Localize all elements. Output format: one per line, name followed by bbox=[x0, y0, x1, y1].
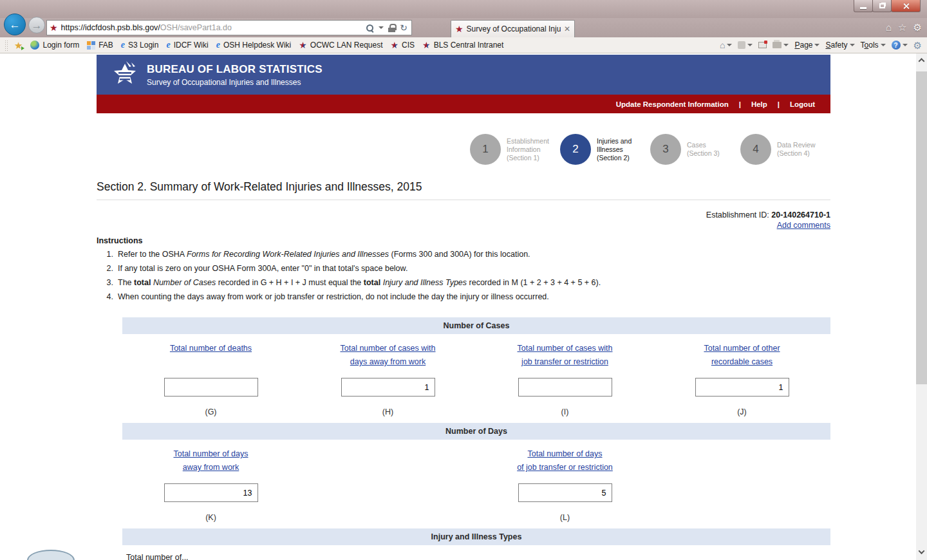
read-mail-button[interactable] bbox=[758, 42, 767, 48]
scrollbar-thumb[interactable] bbox=[916, 71, 927, 384]
safety-menu[interactable]: Safety bbox=[825, 41, 854, 50]
chevron-up-icon bbox=[919, 58, 925, 64]
help-menu[interactable]: ? bbox=[892, 41, 908, 50]
job-transfer-cases-input[interactable] bbox=[518, 378, 612, 397]
number-of-cases-header: Number of Cases bbox=[122, 317, 830, 334]
mail-icon bbox=[758, 42, 767, 48]
browser-tab[interactable]: ★ Survey of Occupational Inju... ✕ bbox=[451, 20, 575, 37]
total-deaths-input[interactable] bbox=[164, 378, 258, 397]
column-letter-h: (H) bbox=[299, 407, 476, 416]
back-arrow-icon: ← bbox=[10, 19, 21, 30]
add-to-favorites-button[interactable]: ★ bbox=[10, 41, 26, 50]
instruction-item: 1. Refer to the OSHA Forms for Recording… bbox=[97, 250, 830, 259]
bls-star-icon: ★ bbox=[391, 41, 399, 50]
window-controls bbox=[854, 0, 921, 12]
other-recordable-cases-definition-link[interactable]: Total number of other bbox=[704, 342, 780, 355]
favorite-ocwc-lan-request[interactable]: ★OCWC LAN Request bbox=[295, 41, 386, 50]
favorites-star-icon[interactable]: ☆ bbox=[898, 22, 906, 33]
favorite-cis[interactable]: ★CIS bbox=[387, 41, 419, 50]
establishment-id-label: Establishment ID: bbox=[706, 210, 771, 219]
help-icon: ? bbox=[892, 41, 901, 50]
home-icon[interactable]: ⌂ bbox=[886, 22, 892, 33]
job-transfer-cases-definition-link[interactable]: job transfer or restriction bbox=[521, 355, 608, 369]
deaths-definition-link[interactable]: Total number of deaths bbox=[170, 342, 252, 355]
printer-icon bbox=[772, 42, 782, 48]
days-away-definition-link[interactable]: away from work bbox=[183, 461, 239, 474]
column-letter-l: (L) bbox=[476, 513, 653, 522]
establishment-id-value: 20-140264710-1 bbox=[771, 210, 830, 219]
minimize-icon bbox=[860, 7, 866, 9]
close-button[interactable] bbox=[891, 0, 921, 12]
update-respondent-information-link[interactable]: Update Respondent Information bbox=[616, 100, 729, 108]
dropdown-icon bbox=[783, 44, 789, 46]
forward-button[interactable]: → bbox=[28, 17, 45, 33]
bls-logo-icon bbox=[112, 60, 138, 89]
url-text[interactable]: https://idcfdosh.psb.bls.gov/OSH/savePar… bbox=[61, 23, 366, 32]
tab-favicon-icon: ★ bbox=[455, 24, 464, 33]
dropdown-icon bbox=[850, 44, 855, 46]
tab-close-icon[interactable]: ✕ bbox=[564, 24, 570, 33]
other-recordable-cases-definition-link[interactable]: recordable cases bbox=[711, 355, 772, 369]
search-icon[interactable] bbox=[366, 24, 374, 32]
total-days-job-transfer-input[interactable] bbox=[518, 483, 612, 502]
back-button[interactable]: ← bbox=[4, 14, 26, 35]
ie-icon: e bbox=[121, 41, 125, 50]
address-bar[interactable]: ★ https://idcfdosh.psb.bls.gov/OSH/saveP… bbox=[46, 20, 412, 35]
restore-button[interactable] bbox=[872, 0, 892, 12]
separator: | bbox=[778, 100, 780, 108]
page-menu[interactable]: Page bbox=[794, 41, 819, 50]
days-job-transfer-definition-link[interactable]: Total number of days bbox=[527, 447, 602, 461]
days-job-transfer-definition-link[interactable]: of job transfer or restriction bbox=[517, 461, 613, 474]
instructions-block: Instructions 1. Refer to the OSHA Forms … bbox=[97, 236, 830, 302]
column-letter-j: (J) bbox=[653, 407, 830, 416]
floating-widget-partial[interactable] bbox=[27, 550, 75, 560]
days-away-cases-definition-link[interactable]: days away from work bbox=[350, 355, 426, 369]
favorite-s3-login[interactable]: eS3 Login bbox=[117, 41, 163, 50]
home-icon: ⌂ bbox=[720, 41, 725, 50]
vertical-scrollbar[interactable] bbox=[916, 53, 927, 560]
favorite-login-form[interactable]: Login form bbox=[26, 41, 83, 50]
utility-nav-bar: Update Respondent Information | Help | L… bbox=[97, 95, 830, 113]
print-button[interactable] bbox=[772, 42, 789, 48]
browser-navigation-bar: ← → ★ https://idcfdosh.psb.bls.gov/OSH/s… bbox=[0, 18, 927, 37]
step-cases: 3 Cases(Section 3) bbox=[650, 131, 740, 167]
days-away-cases-definition-link[interactable]: Total number of cases with bbox=[341, 342, 436, 355]
search-dropdown-icon[interactable] bbox=[379, 26, 384, 29]
column-letter-g: (G) bbox=[122, 407, 299, 416]
tiles-icon bbox=[87, 41, 95, 50]
gear-icon: ⚙ bbox=[913, 41, 922, 50]
ie-icon: e bbox=[166, 41, 170, 50]
minimize-button[interactable] bbox=[854, 0, 873, 12]
types-intro-text: Total number of... bbox=[122, 553, 830, 560]
refresh-icon[interactable]: ↻ bbox=[400, 23, 407, 32]
restore-icon bbox=[879, 3, 885, 8]
add-favorite-star-icon: ★ bbox=[14, 41, 23, 50]
command-settings-button[interactable]: ⚙ bbox=[913, 41, 922, 50]
window-title-bar bbox=[0, 0, 927, 18]
bls-subtitle: Survey of Occupational Injuries and Illn… bbox=[147, 78, 323, 87]
page-title: Section 2. Summary of Work-Related Injur… bbox=[97, 180, 830, 200]
step-3-circle: 3 bbox=[650, 134, 681, 165]
column-letter-k: (K) bbox=[122, 513, 299, 522]
scroll-down-button[interactable] bbox=[916, 546, 927, 557]
total-days-away-input[interactable] bbox=[164, 483, 258, 502]
favorite-bls-central-intranet[interactable]: ★BLS Central Intranet bbox=[418, 41, 507, 50]
tools-menu[interactable]: Tools bbox=[861, 41, 886, 50]
step-4-circle: 4 bbox=[740, 134, 771, 165]
favorite-osh-helpdesk-wiki[interactable]: eOSH Helpdesk Wiki bbox=[212, 41, 295, 50]
favorite-idcf-wiki[interactable]: eIDCF Wiki bbox=[162, 41, 212, 50]
help-link[interactable]: Help bbox=[751, 100, 767, 108]
home-menu-button[interactable]: ⌂ bbox=[720, 41, 732, 50]
add-comments-link[interactable]: Add comments bbox=[777, 221, 830, 230]
favorite-fab[interactable]: FAB bbox=[83, 41, 117, 50]
feeds-button[interactable] bbox=[738, 41, 753, 49]
bls-brand-title: BUREAU OF LABOR STATISTICS bbox=[147, 63, 323, 76]
days-away-definition-link[interactable]: Total number of days bbox=[173, 447, 248, 461]
scroll-up-button[interactable] bbox=[916, 57, 927, 68]
settings-gear-icon[interactable]: ⚙ bbox=[913, 22, 922, 33]
logout-link[interactable]: Logout bbox=[790, 100, 815, 108]
favorites-bar: ★ Login form FAB eS3 Login eIDCF Wiki eO… bbox=[0, 37, 927, 53]
days-away-cases-input[interactable] bbox=[341, 378, 435, 397]
other-recordable-cases-input[interactable] bbox=[695, 378, 789, 397]
job-transfer-cases-definition-link[interactable]: Total number of cases with bbox=[518, 342, 613, 355]
